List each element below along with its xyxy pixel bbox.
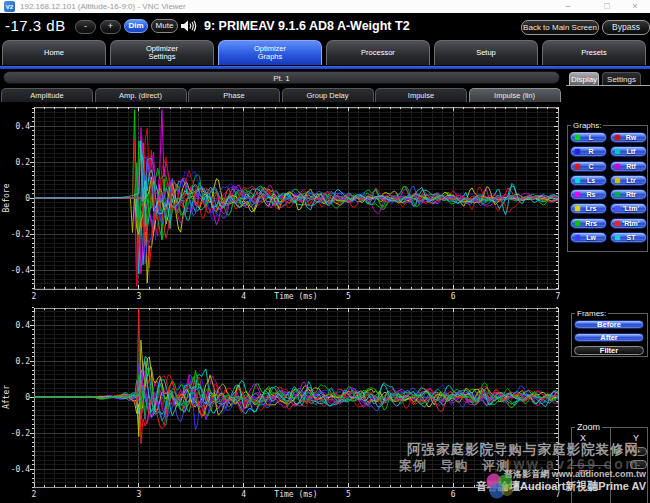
channel-label: Rtr xyxy=(616,190,646,199)
after-graph[interactable]: 0.40.20-0.2-0.4234567Time (ms)After xyxy=(0,306,563,503)
tab-display[interactable]: Display xyxy=(569,72,599,85)
x-axis-title: Time (ms) xyxy=(274,292,317,301)
menu-tab-presets[interactable]: Presets xyxy=(542,40,646,65)
channel-label: Rw xyxy=(616,133,646,142)
vnc-viewer-window: V2 192.168.12.101 (Altitude-16-9:0) - VN… xyxy=(0,0,650,503)
zoom-divider xyxy=(610,428,611,503)
zoom-x-label: X xyxy=(580,434,586,443)
y-tick-label: -0.2 xyxy=(11,429,30,438)
before-graph[interactable]: 0.40.20-0.2-0.4234567Time (ms)Before xyxy=(0,103,563,306)
bypass-button[interactable]: Bypass xyxy=(602,20,650,35)
channel-label: Rrs xyxy=(576,219,606,228)
channel-button-Rw[interactable]: Rw xyxy=(610,132,647,143)
graph-tab-impulse-lin-[interactable]: Impulse (lin) xyxy=(469,88,561,102)
zoom-x-unit: ms xyxy=(579,467,588,476)
back-to-main-screen-button[interactable]: Back to Main Screen xyxy=(521,20,599,35)
main-menu: HomeOptimizer SettingsOptimizer GraphsPr… xyxy=(0,40,650,66)
graph-tab-phase[interactable]: Phase xyxy=(188,88,280,102)
x-tick-label: 3 xyxy=(136,490,141,499)
channel-button-Rtf[interactable]: Rtf xyxy=(610,161,647,172)
y-tick-label: -0.4 xyxy=(11,266,30,275)
channel-label: C xyxy=(576,162,606,171)
x-tick-label: 6 xyxy=(451,490,456,499)
menu-tab-label: Presets xyxy=(581,49,606,58)
channel-button-L[interactable]: L xyxy=(570,132,607,143)
menu-tab-label: Optimizer Settings xyxy=(140,45,184,62)
source-title: 9: PRIMEAV 9.1.6 AD8 A-Weight T2 xyxy=(204,17,410,35)
channel-button-Rtm[interactable]: 'Rtm' xyxy=(610,218,647,229)
volume-level: -17.3 dB xyxy=(5,16,66,36)
y-tick-label: 0.4 xyxy=(16,122,31,131)
y-axis-title: Before xyxy=(2,183,11,212)
channel-button-Ltr[interactable]: Ltr xyxy=(610,175,647,186)
graphs-panel-label: Graphs: xyxy=(571,121,603,130)
y-tick-label: 0.2 xyxy=(16,158,31,167)
mute-button[interactable]: Mute xyxy=(151,19,178,33)
channel-button-Rrs[interactable]: Rrs xyxy=(570,218,607,229)
menu-tab-optimizer-settings[interactable]: Optimizer Settings xyxy=(110,40,214,65)
channel-button-Ltm[interactable]: 'Ltm' xyxy=(610,203,647,214)
graph-tab-amplitude[interactable]: Amplitude xyxy=(1,88,93,102)
menu-tab-home[interactable]: Home xyxy=(2,40,106,65)
channel-label: L xyxy=(576,133,606,142)
window-maximize-button[interactable]: □ xyxy=(601,0,613,13)
channel-label: Rtf xyxy=(616,162,646,171)
channel-label: ST xyxy=(616,233,646,242)
channel-label: Ltr xyxy=(616,176,646,185)
menu-underline xyxy=(0,66,650,69)
x-tick-label: 4 xyxy=(241,292,246,301)
dim-button[interactable]: Dim xyxy=(124,19,148,33)
window-titlebar: V2 192.168.12.101 (Altitude-16-9:0) - VN… xyxy=(0,0,650,14)
x-tick-label: 7 xyxy=(556,292,561,301)
zoom-x-underline xyxy=(572,465,610,466)
zoom-out-button[interactable]: - xyxy=(630,460,647,469)
vnc-app-icon: V2 xyxy=(4,1,15,12)
graph-tab-impulse[interactable]: Impulse xyxy=(375,88,467,102)
channel-button-Lw[interactable]: Lw xyxy=(570,232,607,243)
graph-tab-group-delay[interactable]: Group Delay xyxy=(282,88,374,102)
x-tick-label: 5 xyxy=(346,292,351,301)
channel-button-Rs[interactable]: Rs xyxy=(570,189,607,200)
y-tick-label: 0 xyxy=(25,393,30,402)
tab-settings[interactable]: Settings xyxy=(602,72,641,85)
channel-label: 'Ltm' xyxy=(616,204,646,213)
channel-button-Rtr[interactable]: Rtr xyxy=(610,189,647,200)
channel-label: R xyxy=(576,147,606,156)
volume-up-button[interactable]: + xyxy=(100,20,121,34)
frame-filter-button[interactable]: Filter xyxy=(574,346,644,355)
window-title: 192.168.12.101 (Altitude-16-9:0) - VNC V… xyxy=(20,0,186,13)
frame-before-button[interactable]: Before xyxy=(574,320,644,329)
volume-bar: -17.3 dB - + Dim Mute 9: PRIMEAV 9.1.6 A… xyxy=(0,13,650,40)
x-tick-label: 7 xyxy=(556,490,561,499)
y-tick-label: 0 xyxy=(25,194,30,203)
frame-after-button[interactable]: After xyxy=(574,333,644,342)
window-minimize-button[interactable]: – xyxy=(562,0,574,13)
window-close-button[interactable]: × xyxy=(629,0,641,13)
x-tick-label: 3 xyxy=(136,292,141,301)
zoom-panel-label: Zoom xyxy=(575,423,602,432)
channel-button-R[interactable]: R xyxy=(570,146,607,157)
channel-button-Ls[interactable]: Ls xyxy=(570,175,607,186)
menu-tab-setup[interactable]: Setup xyxy=(434,40,538,65)
channel-button-ST[interactable]: ST xyxy=(610,232,647,243)
channel-button-Ltf[interactable]: Ltf xyxy=(610,146,647,157)
preset-point-bar[interactable]: Pt. 1 xyxy=(3,71,560,84)
zoom-panel: Zoom X Y ms + - xyxy=(571,427,648,503)
x-tick-label: 6 xyxy=(451,292,456,301)
side-tab-underline xyxy=(566,85,650,86)
channel-button-Lrs[interactable]: Lrs xyxy=(570,203,607,214)
channel-label: Lrs xyxy=(576,204,606,213)
volume-down-button[interactable]: - xyxy=(75,20,96,34)
y-tick-label: 0.2 xyxy=(16,357,31,366)
zoom-y-label: Y xyxy=(633,434,639,443)
zoom-in-button[interactable]: + xyxy=(630,447,647,456)
menu-tab-optimizer-graphs[interactable]: Optimizer Graphs xyxy=(218,40,322,65)
x-tick-label: 2 xyxy=(32,292,37,301)
menu-tab-label: Processor xyxy=(361,49,395,58)
channel-button-C[interactable]: C xyxy=(570,161,607,172)
channel-label: Rs xyxy=(576,190,606,199)
menu-tab-processor[interactable]: Processor xyxy=(326,40,430,65)
x-tick-label: 2 xyxy=(32,490,37,499)
graph-tab-amp-direct-[interactable]: Amp. (direct) xyxy=(95,88,187,102)
x-axis-title: Time (ms) xyxy=(274,490,317,499)
